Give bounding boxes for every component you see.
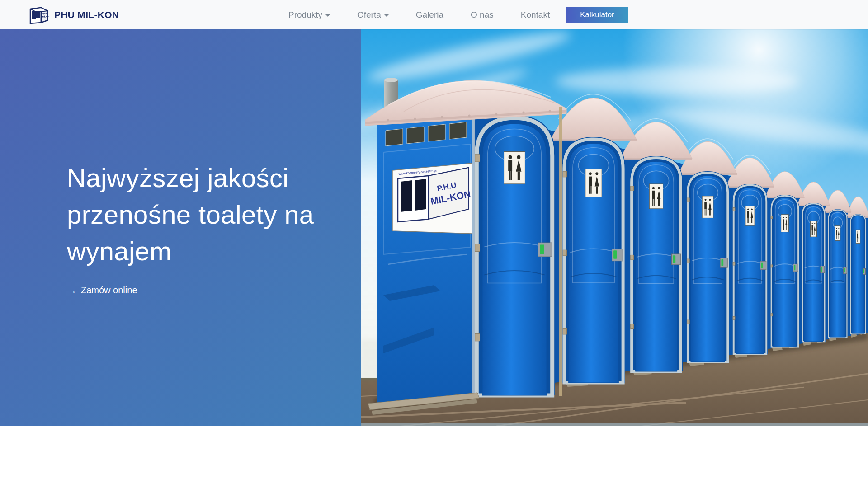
toilet-door-unit <box>847 197 868 338</box>
milkon-sign: www.kontenery-szczecin.pl P.H.U MIL-KON <box>392 163 472 234</box>
door-latch <box>793 264 798 272</box>
hero-text-panel: Najwyższej jakości przenośne toalety na … <box>0 29 361 426</box>
door-latch <box>612 249 623 261</box>
door-sign <box>781 215 789 232</box>
door-latch <box>821 266 825 273</box>
nav-link-oferta[interactable]: Oferta <box>344 10 402 20</box>
main-nav: Produkty Oferta Galeria O nas Kontakt Ka… <box>275 0 628 29</box>
brand-name: PHU MIL-KON <box>54 9 119 20</box>
chevron-down-icon <box>326 14 330 17</box>
toilet-door-unit <box>679 139 737 366</box>
order-online-link[interactable]: → Zamów online <box>67 285 137 296</box>
nav-link-produkty[interactable]: Produkty <box>275 10 344 20</box>
portable-toilets-photo: www.kontenery-szczecin.pl P.H.U MIL-KON <box>361 29 868 426</box>
door-latch <box>844 267 847 274</box>
hero-heading: Najwyższej jakości przenośne toalety na … <box>67 160 314 269</box>
door-sign <box>504 152 525 184</box>
hero-section: Najwyższej jakości przenośne toalety na … <box>0 29 868 426</box>
door-latch <box>671 254 680 265</box>
toilet-door-unit <box>620 119 692 375</box>
chevron-down-icon <box>384 14 389 17</box>
toilet-side-panel <box>377 112 474 409</box>
hero-image: www.kontenery-szczecin.pl P.H.U MIL-KON <box>361 29 868 426</box>
door-latch <box>760 261 766 270</box>
toilet-door-unit <box>474 115 555 395</box>
brand[interactable]: PHU MIL-K PHU MIL-KON <box>29 0 119 29</box>
door-sign <box>811 221 817 237</box>
door-latch <box>538 243 552 257</box>
top-navbar: PHU MIL-K PHU MIL-KON Produkty Oferta Ga… <box>0 0 868 29</box>
nav-link-kontakt[interactable]: Kontakt <box>507 10 563 20</box>
door-sign <box>702 196 713 218</box>
door-latch <box>720 258 727 267</box>
toilet-door-unit <box>551 94 637 387</box>
door-sign <box>585 169 602 197</box>
nav-link-o-nas[interactable]: O nas <box>457 10 507 20</box>
brand-logo-icon: PHU MIL-K <box>29 5 49 24</box>
kalkulator-button[interactable]: Kalkulator <box>566 7 628 23</box>
nav-link-galeria[interactable]: Galeria <box>402 10 457 20</box>
door-latch <box>863 268 865 274</box>
toilet-door-unit <box>726 155 774 358</box>
door-sign <box>835 226 840 241</box>
arrow-right-icon: → <box>67 286 77 296</box>
door-sign <box>745 206 755 225</box>
door-sign <box>856 230 860 243</box>
door-sign <box>649 184 663 209</box>
